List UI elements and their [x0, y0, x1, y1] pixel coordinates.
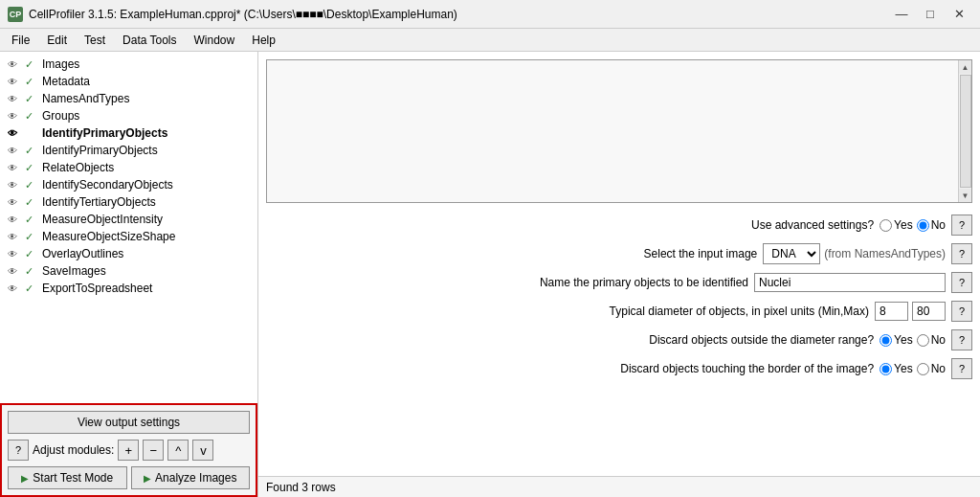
pipeline-item-groups[interactable]: 👁 ✓ Groups — [0, 107, 257, 124]
bottom-controls: View output settings ? Adjust modules: +… — [0, 403, 257, 497]
discard-border-yes-label[interactable]: Yes — [880, 362, 913, 375]
discard-border-help-button[interactable]: ? — [951, 358, 972, 379]
pipeline-item-identifyprimaryobjects2[interactable]: 👁 ✓ IdentifyPrimaryObjects — [0, 142, 257, 159]
remove-module-button[interactable]: − — [143, 440, 164, 461]
eye-icon: 👁 — [8, 77, 21, 87]
pipeline-list: 👁 ✓ Images 👁 ✓ Metadata 👁 ✓ NamesAndType… — [0, 52, 257, 403]
pipeline-item-identifysecondaryobjects[interactable]: 👁 ✓ IdentifySecondaryObjects — [0, 176, 257, 193]
advanced-no-label[interactable]: No — [917, 218, 946, 232]
menu-test[interactable]: Test — [77, 32, 113, 49]
discard-diameter-yes-radio[interactable] — [880, 334, 892, 347]
app-icon: CP — [8, 7, 23, 22]
menu-data-tools[interactable]: Data Tools — [115, 32, 184, 49]
input-image-dropdown[interactable]: DNA — [763, 243, 820, 264]
pipeline-item-measureobjectsizeshape[interactable]: 👁 ✓ MeasureObjectSizeShape — [0, 228, 257, 245]
primary-objects-help-button[interactable]: ? — [951, 272, 972, 293]
eye-icon: 👁 — [8, 215, 21, 225]
discard-diameter-no-radio[interactable] — [917, 334, 929, 347]
discard-border-no-radio[interactable] — [917, 363, 929, 375]
discard-diameter-no-label[interactable]: No — [917, 333, 946, 347]
input-image-control: DNA (from NamesAndTypes) — [763, 243, 946, 264]
start-test-mode-button[interactable]: ▶ Start Test Mode — [8, 466, 127, 489]
input-image-row: Select the input image DNA (from NamesAn… — [266, 243, 972, 264]
advanced-yes-label[interactable]: Yes — [880, 218, 913, 232]
eye-icon: 👁 — [8, 163, 21, 173]
primary-objects-label: Name the primary objects to be identifie… — [540, 276, 748, 289]
diameter-row: Typical diameter of objects, in pixel un… — [266, 301, 972, 322]
check-icon: ✓ — [25, 196, 38, 209]
menu-edit[interactable]: Edit — [39, 32, 75, 49]
play-icon: ▶ — [144, 473, 151, 484]
pipeline-item-saveimages[interactable]: 👁 ✓ SaveImages — [0, 262, 257, 280]
maximize-button[interactable]: □ — [917, 4, 944, 25]
diameter-min-input[interactable] — [875, 302, 908, 321]
advanced-yes-radio[interactable] — [880, 219, 892, 232]
check-icon: ✓ — [25, 145, 38, 157]
close-button[interactable]: ✕ — [946, 4, 972, 25]
menu-file[interactable]: File — [4, 32, 37, 49]
check-icon: ✓ — [25, 162, 38, 174]
main-content: 👁 ✓ Images 👁 ✓ Metadata 👁 ✓ NamesAndType… — [0, 52, 980, 497]
action-row: ▶ Start Test Mode ▶ Analyze Images — [8, 466, 250, 489]
status-text: Found 3 rows — [266, 481, 336, 494]
primary-objects-row: Name the primary objects to be identifie… — [266, 272, 972, 293]
eye-icon: 👁 — [8, 59, 21, 70]
check-icon: ✓ — [25, 265, 38, 278]
discard-border-no-label[interactable]: No — [917, 362, 946, 375]
check-icon: ✓ — [25, 58, 38, 71]
diameter-label: Typical diameter of objects, in pixel un… — [610, 305, 869, 318]
discard-border-row: Discard objects touching the border of t… — [266, 358, 972, 379]
pipeline-item-measureobjectintensity[interactable]: 👁 ✓ MeasureObjectIntensity — [0, 211, 257, 228]
discard-diameter-control: Yes No — [880, 333, 946, 347]
primary-objects-input[interactable] — [754, 273, 946, 292]
pipeline-item-exporttospreadsheet[interactable]: 👁 ✓ ExportToSpreadsheet — [0, 280, 257, 297]
preview-scrollbar: ▲ ▼ — [958, 60, 971, 202]
adjust-row: ? Adjust modules: + − ^ v — [8, 440, 250, 461]
diameter-max-input[interactable] — [912, 302, 946, 321]
discard-diameter-yes-label[interactable]: Yes — [880, 333, 913, 347]
diameter-help-button[interactable]: ? — [951, 301, 972, 322]
check-icon: ✓ — [25, 248, 38, 260]
advanced-settings-label: Use advanced settings? — [751, 218, 874, 232]
left-panel: 👁 ✓ Images 👁 ✓ Metadata 👁 ✓ NamesAndType… — [0, 52, 258, 497]
eye-icon: 👁 — [8, 128, 21, 139]
check-icon: ✓ — [25, 231, 38, 243]
advanced-settings-row: Use advanced settings? Yes No ? — [266, 215, 972, 236]
view-output-settings-button[interactable]: View output settings — [8, 411, 250, 434]
check-icon: ✓ — [25, 179, 38, 192]
scroll-up-button[interactable]: ▲ — [959, 60, 972, 74]
add-module-button[interactable]: + — [118, 440, 139, 461]
eye-icon: 👁 — [8, 197, 21, 208]
pipeline-item-overlayoutlines[interactable]: 👁 ✓ OverlayOutlines — [0, 245, 257, 262]
status-bar: Found 3 rows — [258, 476, 980, 497]
pipeline-item-metadata[interactable]: 👁 ✓ Metadata — [0, 73, 257, 90]
discard-border-control: Yes No — [880, 362, 946, 375]
pipeline-item-relateobjects[interactable]: 👁 ✓ RelateObjects — [0, 159, 257, 176]
title-bar-left: CP CellProfiler 3.1.5: ExampleHuman.cppr… — [8, 7, 457, 22]
menu-help[interactable]: Help — [244, 32, 283, 49]
input-image-help-button[interactable]: ? — [951, 243, 972, 264]
advanced-no-radio[interactable] — [917, 219, 929, 232]
pipeline-item-namesandtypes[interactable]: 👁 ✓ NamesAndTypes — [0, 90, 257, 107]
move-up-button[interactable]: ^ — [167, 440, 189, 461]
eye-icon: 👁 — [8, 94, 21, 104]
pipeline-item-identifytertiaryobjects[interactable]: 👁 ✓ IdentifyTertiaryObjects — [0, 193, 257, 211]
eye-icon: 👁 — [8, 283, 21, 294]
discard-diameter-help-button[interactable]: ? — [951, 329, 972, 350]
adjust-modules-label: Adjust modules: — [33, 443, 114, 457]
advanced-settings-help-button[interactable]: ? — [951, 215, 972, 236]
analyze-images-button[interactable]: ▶ Analyze Images — [131, 466, 251, 489]
pipeline-item-identifyprimaryobjects-active[interactable]: 👁 IdentifyPrimaryObjects — [0, 124, 257, 142]
menu-window[interactable]: Window — [187, 32, 243, 49]
primary-objects-control — [754, 273, 946, 292]
eye-icon: 👁 — [8, 111, 21, 122]
play-icon: ▶ — [21, 473, 29, 484]
minimize-button[interactable]: — — [888, 4, 915, 25]
help-button-small[interactable]: ? — [8, 440, 29, 461]
scroll-down-button[interactable]: ▼ — [959, 189, 972, 202]
check-icon: ✓ — [25, 93, 38, 105]
move-down-button[interactable]: v — [192, 440, 213, 461]
check-icon: ✓ — [25, 76, 38, 88]
pipeline-item-images[interactable]: 👁 ✓ Images — [0, 56, 257, 73]
discard-border-yes-radio[interactable] — [880, 363, 892, 375]
